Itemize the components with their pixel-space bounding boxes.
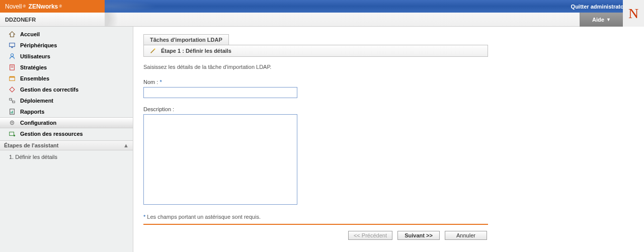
sidebar-item-reports[interactable]: Rapports bbox=[0, 106, 133, 117]
resource-icon bbox=[8, 130, 16, 137]
nav: Accueil Périphériques Utilisateurs Strat… bbox=[0, 27, 133, 139]
sidebar-item-label: Configuration bbox=[20, 120, 56, 126]
sidebar-item-resources[interactable]: Gestion des ressources bbox=[0, 128, 133, 139]
wizard-steps-header: Étapes de l'assistant ▲ bbox=[0, 140, 133, 150]
monitor-icon bbox=[8, 42, 16, 49]
policy-icon bbox=[8, 64, 16, 71]
deploy-icon bbox=[8, 97, 16, 104]
svg-point-6 bbox=[11, 54, 13, 56]
n-logo-cell: N bbox=[623, 0, 644, 27]
sidebar-item-label: Périphériques bbox=[20, 42, 57, 48]
name-label-text: Nom : bbox=[143, 79, 158, 85]
panel-tab: Tâches d'importation LDAP bbox=[143, 34, 229, 45]
sidebar: Accueil Périphériques Utilisateurs Strat… bbox=[0, 27, 133, 252]
svg-rect-17 bbox=[12, 111, 13, 113]
sidebar-item-users[interactable]: Utilisateurs bbox=[0, 51, 133, 62]
wizard-steps-list: 1. Définir les détails bbox=[0, 150, 133, 163]
cancel-button[interactable]: Annuler bbox=[445, 231, 487, 240]
prev-button: << Précédent bbox=[348, 231, 392, 240]
wizard-steps-title: Étapes de l'assistant bbox=[4, 142, 58, 148]
zone-name: DDZONEFR bbox=[0, 13, 105, 27]
description-textarea[interactable] bbox=[143, 114, 297, 205]
svg-rect-20 bbox=[10, 132, 14, 136]
help-menu-button[interactable]: Aide ▼ bbox=[580, 13, 623, 27]
sidebar-item-deploy[interactable]: Déploiement bbox=[0, 95, 133, 106]
logout-link[interactable]: Quitter administrator bbox=[571, 4, 626, 10]
wizard-step-item[interactable]: 1. Définir les détails bbox=[9, 152, 133, 161]
gear-icon bbox=[8, 119, 16, 126]
required-star: * bbox=[143, 214, 145, 220]
bundle-icon bbox=[8, 75, 16, 82]
sidebar-item-patches[interactable]: Gestion des correctifs bbox=[0, 84, 133, 95]
required-note-text: Les champs portant un astérisque sont re… bbox=[147, 214, 261, 220]
svg-rect-13 bbox=[10, 99, 12, 101]
svg-rect-12 bbox=[10, 87, 15, 92]
svg-marker-3 bbox=[10, 32, 15, 37]
name-input[interactable] bbox=[143, 87, 297, 98]
sidebar-item-label: Déploiement bbox=[20, 98, 53, 104]
collapse-icon[interactable]: ▲ bbox=[123, 142, 129, 148]
sidebar-item-label: Ensembles bbox=[20, 75, 49, 81]
sidebar-item-devices[interactable]: Périphériques bbox=[0, 40, 133, 51]
panel-step-header: Étape 1 : Définir les détails bbox=[143, 45, 488, 57]
svg-rect-14 bbox=[13, 101, 15, 103]
name-label: Nom : * bbox=[143, 79, 488, 85]
sidebar-item-label: Accueil bbox=[20, 31, 40, 37]
subheader-spacer bbox=[105, 13, 580, 27]
sidebar-item-label: Stratégies bbox=[20, 64, 47, 70]
sidebar-item-policies[interactable]: Stratégies bbox=[0, 62, 133, 73]
svg-rect-11 bbox=[10, 76, 15, 78]
svg-point-23 bbox=[154, 48, 155, 50]
header-bar: Quitter administrator bbox=[105, 0, 644, 13]
sidebar-item-label: Rapports bbox=[20, 109, 44, 115]
sidebar-item-label: Utilisateurs bbox=[20, 53, 50, 59]
svg-rect-5 bbox=[11, 47, 13, 48]
svg-rect-10 bbox=[10, 77, 15, 80]
panel-description: Saisissez les détails de la tâche d'impo… bbox=[143, 64, 488, 70]
brand-product: ZENworks bbox=[29, 3, 58, 10]
reg-mark: ® bbox=[23, 4, 26, 9]
brand-company: Novell bbox=[5, 3, 22, 10]
wizard-step-label: Définir les détails bbox=[15, 154, 57, 160]
panel-step-title: Étape 1 : Définir les détails bbox=[161, 48, 231, 54]
description-label: Description : bbox=[143, 106, 488, 112]
svg-point-21 bbox=[14, 135, 16, 137]
wand-icon bbox=[149, 47, 157, 54]
sidebar-item-home[interactable]: Accueil bbox=[0, 29, 133, 40]
sidebar-item-label: Gestion des ressources bbox=[20, 131, 83, 137]
sidebar-item-config[interactable]: Configuration bbox=[0, 117, 133, 128]
next-button[interactable]: Suivant >> bbox=[397, 231, 440, 240]
reg-mark: ® bbox=[59, 4, 62, 9]
sidebar-item-bundles[interactable]: Ensembles bbox=[0, 73, 133, 84]
required-star: * bbox=[159, 79, 162, 85]
patch-icon bbox=[8, 86, 16, 93]
report-icon bbox=[8, 108, 16, 115]
required-note: * Les champs portant un astérisque sont … bbox=[143, 214, 488, 220]
button-row: << Précédent Suivant >> Annuler bbox=[143, 231, 488, 240]
separator bbox=[143, 224, 488, 225]
sidebar-item-label: Gestion des correctifs bbox=[20, 87, 78, 93]
wizard-step-num: 1. bbox=[9, 154, 14, 160]
chevron-down-icon: ▼ bbox=[606, 17, 611, 22]
help-label: Aide bbox=[592, 17, 604, 23]
home-icon bbox=[8, 31, 16, 38]
content-area: Tâches d'importation LDAP Étape 1 : Défi… bbox=[133, 27, 644, 252]
svg-line-22 bbox=[151, 49, 155, 53]
svg-rect-4 bbox=[10, 43, 15, 47]
svg-rect-16 bbox=[11, 112, 12, 114]
svg-point-19 bbox=[12, 122, 13, 124]
n-logo: N bbox=[628, 6, 638, 22]
brand-bar: Novell® ZENworks® bbox=[0, 0, 105, 13]
user-icon bbox=[8, 53, 16, 60]
